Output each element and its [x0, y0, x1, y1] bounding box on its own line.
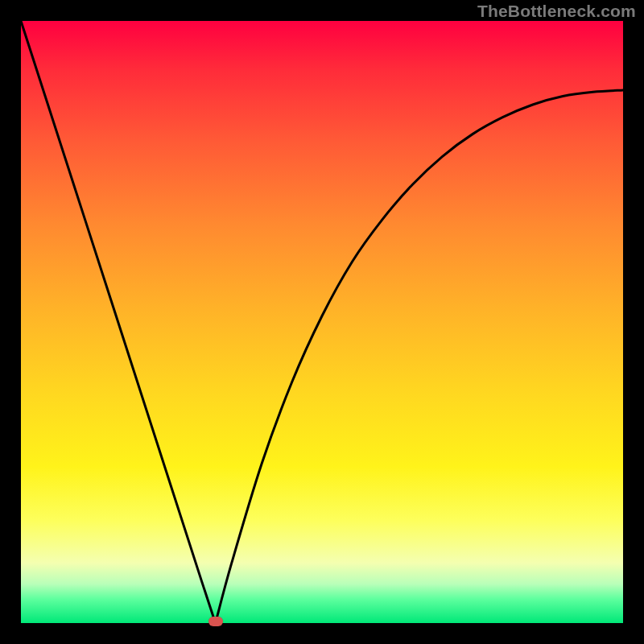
- curve-svg: [21, 21, 623, 623]
- minimum-marker: [208, 617, 223, 626]
- bottleneck-curve: [21, 21, 623, 623]
- watermark-label: TheBottleneck.com: [477, 2, 636, 21]
- chart-frame: TheBottleneck.com: [0, 0, 644, 644]
- plot-area: [21, 21, 623, 623]
